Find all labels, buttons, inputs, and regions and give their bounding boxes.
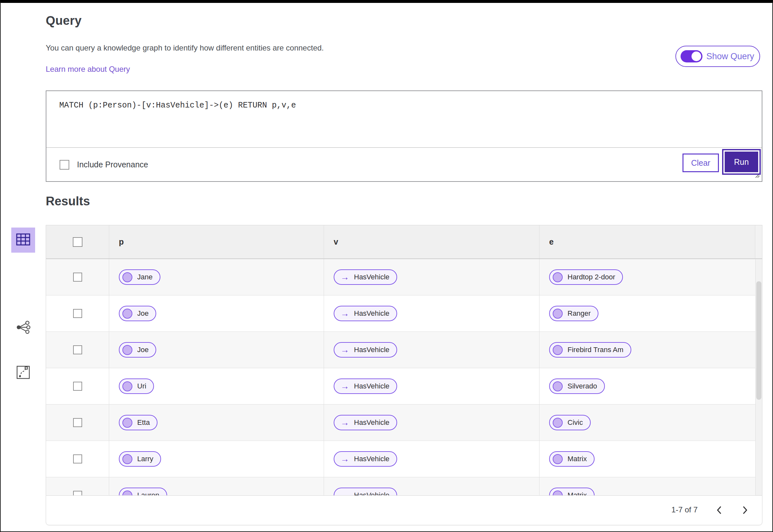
- pill-label: Jane: [137, 273, 153, 281]
- show-query-toggle[interactable]: Show Query: [675, 46, 760, 67]
- entity-pill[interactable]: Matrix: [549, 451, 595, 467]
- entity-dot-icon: [122, 309, 132, 319]
- entity-dot-icon: [553, 454, 563, 464]
- table-row: Jane→HasVehicleHardtop 2-door: [46, 259, 762, 295]
- entity-dot-icon: [122, 490, 132, 496]
- pill-label: HasVehicle: [354, 309, 389, 318]
- relation-pill[interactable]: →HasVehicle: [334, 488, 397, 495]
- relation-pill[interactable]: →HasVehicle: [334, 451, 397, 467]
- row-checkbox[interactable]: [73, 491, 82, 495]
- relation-arrow-icon: →: [340, 309, 349, 318]
- next-page-button[interactable]: [738, 503, 752, 517]
- row-checkbox[interactable]: [73, 382, 82, 391]
- pill-label: HasVehicle: [354, 418, 389, 427]
- pill-label: Lauren: [137, 491, 159, 495]
- page: Query You can query a knowledge graph to…: [0, 0, 773, 532]
- pill-label: Larry: [137, 455, 153, 463]
- entity-pill[interactable]: Matrix: [549, 488, 595, 495]
- previous-page-button[interactable]: [713, 503, 726, 517]
- relation-arrow-icon: →: [340, 382, 349, 391]
- results-title: Results: [46, 194, 90, 208]
- row-checkbox[interactable]: [73, 418, 82, 427]
- query-input[interactable]: MATCH (p:Person)-[v:HasVehicle]->(e) RET…: [46, 91, 762, 148]
- pill-label: HasVehicle: [354, 382, 389, 390]
- row-checkbox[interactable]: [73, 454, 82, 463]
- graph-view-icon: [16, 321, 31, 335]
- entity-pill[interactable]: Civic: [549, 415, 591, 430]
- pill-label: Matrix: [567, 455, 587, 463]
- pill-label: HasVehicle: [354, 273, 389, 281]
- clear-button[interactable]: Clear: [683, 154, 719, 172]
- pill-label: HasVehicle: [354, 455, 389, 463]
- row-checkbox[interactable]: [73, 309, 82, 318]
- run-button[interactable]: Run: [723, 150, 759, 173]
- page-description: You can query a knowledge graph to ident…: [46, 43, 324, 52]
- entity-dot-icon: [553, 309, 563, 319]
- table-row: Joe→HasVehicleFirebird Trans Am: [46, 332, 762, 368]
- entity-dot-icon: [122, 381, 132, 391]
- query-actions-bar: Include Provenance Clear Run: [46, 148, 762, 182]
- entity-pill[interactable]: Jane: [119, 269, 160, 285]
- entity-dot-icon: [553, 381, 563, 391]
- include-provenance-checkbox[interactable]: [60, 160, 69, 170]
- entity-dot-icon: [122, 345, 132, 355]
- relation-arrow-icon: →: [340, 273, 349, 282]
- entity-pill[interactable]: Lauren: [119, 488, 167, 495]
- row-checkbox[interactable]: [73, 345, 82, 354]
- relation-pill[interactable]: →HasVehicle: [334, 342, 397, 358]
- entity-pill[interactable]: Larry: [119, 451, 161, 467]
- column-header-e: e: [549, 237, 554, 247]
- learn-more-link[interactable]: Learn more about Query: [46, 65, 130, 74]
- entity-dot-icon: [122, 454, 132, 464]
- route-view-button[interactable]: [14, 363, 33, 383]
- table-body: Jane→HasVehicleHardtop 2-doorJoe→HasVehi…: [46, 259, 762, 495]
- pill-label: Hardtop 2-door: [567, 273, 615, 281]
- scrollbar-thumb[interactable]: [756, 281, 761, 400]
- entity-dot-icon: [553, 418, 563, 428]
- relation-pill[interactable]: →HasVehicle: [334, 415, 397, 430]
- pill-label: Joe: [137, 309, 148, 318]
- table-view-button[interactable]: [11, 228, 35, 253]
- toggle-switch-icon[interactable]: [681, 50, 703, 62]
- table-row: Lauren→HasVehicleMatrix: [46, 477, 762, 495]
- table-scrollbar[interactable]: [755, 259, 762, 495]
- show-query-label: Show Query: [706, 51, 754, 61]
- pill-label: Etta: [137, 418, 150, 427]
- pill-label: Ranger: [567, 309, 591, 318]
- relation-pill[interactable]: →HasVehicle: [334, 378, 397, 394]
- entity-pill[interactable]: Firebird Trans Am: [549, 342, 631, 358]
- include-provenance-label: Include Provenance: [77, 160, 148, 169]
- pagination-bar: 1-7 of 7: [46, 495, 762, 525]
- pill-label: Matrix: [567, 491, 587, 495]
- header-checkbox-cell: [46, 225, 109, 258]
- entity-dot-icon: [553, 345, 563, 355]
- entity-pill[interactable]: Etta: [119, 415, 157, 430]
- table-row: Larry→HasVehicleMatrix: [46, 441, 762, 477]
- pagination-range-label: 1-7 of 7: [672, 505, 698, 514]
- scrollbar-header-gap: [755, 225, 762, 258]
- relation-arrow-icon: →: [340, 346, 349, 354]
- relation-arrow-icon: →: [340, 418, 349, 427]
- entity-pill[interactable]: Uri: [119, 378, 154, 394]
- select-all-checkbox[interactable]: [73, 237, 82, 247]
- pill-label: HasVehicle: [354, 491, 389, 495]
- results-table: p v e Jane→HasVehicleHardtop 2-doorJoe→H…: [46, 225, 762, 495]
- entity-pill[interactable]: Silverado: [549, 378, 605, 394]
- entity-pill[interactable]: Joe: [119, 306, 156, 321]
- entity-pill[interactable]: Hardtop 2-door: [549, 269, 623, 285]
- graph-view-button[interactable]: [14, 318, 33, 338]
- table-row: Joe→HasVehicleRanger: [46, 295, 762, 332]
- route-view-icon: [16, 365, 30, 381]
- relation-arrow-icon: →: [340, 455, 349, 463]
- entity-pill[interactable]: Joe: [119, 342, 156, 358]
- pill-label: Silverado: [567, 382, 597, 390]
- relation-pill[interactable]: →HasVehicle: [334, 306, 397, 321]
- column-header-v: v: [334, 237, 338, 247]
- page-title: Query: [46, 14, 81, 28]
- query-panel: MATCH (p:Person)-[v:HasVehicle]->(e) RET…: [46, 90, 762, 182]
- column-header-p: p: [119, 237, 124, 247]
- pill-label: Joe: [137, 346, 148, 354]
- relation-pill[interactable]: →HasVehicle: [334, 269, 397, 285]
- row-checkbox[interactable]: [73, 273, 82, 282]
- entity-pill[interactable]: Ranger: [549, 306, 599, 321]
